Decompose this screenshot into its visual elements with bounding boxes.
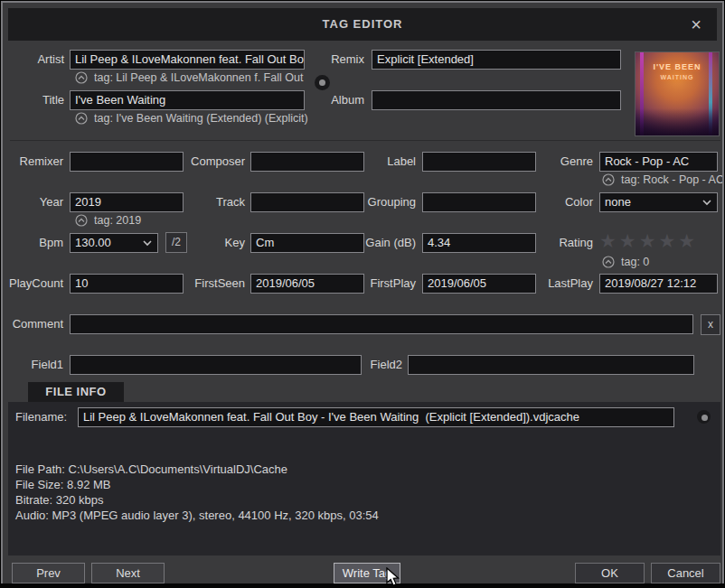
title-tag-hint: tag: I've Been Waiting (Extended) (Expli… [94, 111, 329, 126]
comment-input[interactable] [70, 314, 693, 334]
year-input[interactable]: 2019 [70, 192, 184, 212]
remixer-input[interactable] [70, 152, 184, 172]
album-art-decoration [636, 108, 719, 135]
remix-label: Remix [315, 50, 364, 70]
remixer-label: Remixer [3, 152, 63, 172]
year-label: Year [3, 192, 63, 212]
firstplay-input[interactable]: 2019/06/05 [422, 274, 536, 294]
album-art-title: I'VE BEEN WAITING [636, 62, 719, 82]
file-size-text: File Size: 8.92 MB [15, 478, 111, 492]
gain-input[interactable]: 4.34 [422, 233, 536, 253]
filename-input[interactable]: Lil Peep & ILoveMakonnen feat. Fall Out … [78, 407, 674, 427]
chevron-down-icon [701, 199, 712, 206]
lastplay-label: LastPlay [536, 274, 593, 294]
bpm-select-value: 130.00 [75, 234, 111, 252]
next-button[interactable]: Next [91, 563, 165, 583]
comment-label: Comment [3, 314, 63, 334]
star-icon[interactable]: ★ [619, 230, 639, 251]
filename-label: Filename: [15, 407, 67, 427]
label-input[interactable] [422, 152, 536, 172]
tag-editor-window: TAG EDITOR × Artist Lil Peep & ILoveMako… [0, 0, 725, 588]
firstplay-label: FirstPlay [346, 274, 416, 294]
playcount-label: PlayCount [3, 274, 63, 294]
audio-info-text: Audio: MP3 (MPEG audio layer 3), stereo,… [15, 509, 379, 523]
ok-button[interactable]: OK [575, 563, 645, 583]
cancel-button[interactable]: Cancel [651, 563, 720, 583]
album-label: Album [315, 90, 364, 110]
tag-arrow-icon[interactable] [75, 71, 88, 84]
tag-arrow-icon[interactable] [75, 112, 88, 125]
section-divider [10, 140, 720, 141]
composer-label: Composer [184, 152, 245, 172]
star-icon[interactable]: ★ [678, 230, 698, 251]
close-icon[interactable]: × [684, 13, 708, 36]
chevron-down-icon [142, 239, 153, 247]
tab-file-info[interactable]: FILE INFO [28, 382, 124, 402]
tag-arrow-icon[interactable] [75, 214, 88, 227]
comment-clear-button[interactable]: x [701, 314, 720, 335]
tag-arrow-icon[interactable] [602, 256, 615, 268]
titlebar: TAG EDITOR × [8, 8, 717, 41]
artist-input[interactable]: Lil Peep & ILoveMakonnen feat. Fall Out … [70, 50, 305, 70]
field2-label: Field2 [337, 355, 402, 375]
title-input[interactable]: I've Been Waiting [70, 90, 305, 110]
grouping-input[interactable] [422, 192, 536, 212]
field1-input[interactable] [70, 355, 362, 375]
remix-input[interactable]: Explicit [Extended] [372, 50, 621, 70]
filename-radio-button[interactable] [697, 410, 711, 424]
star-icon[interactable]: ★ [658, 230, 678, 251]
bpm-label: Bpm [3, 233, 63, 253]
firstseen-label: FirstSeen [184, 274, 245, 294]
window-bottom-edge [0, 583, 725, 588]
field1-label: Field1 [3, 355, 63, 375]
star-icon[interactable]: ★ [599, 230, 619, 251]
color-label: Color [536, 192, 593, 212]
mouse-cursor [386, 567, 402, 587]
color-select-value: none [605, 193, 631, 211]
tag-arrow-icon[interactable] [602, 173, 615, 186]
tag-editor-dialog: TAG EDITOR × Artist Lil Peep & ILoveMako… [1, 1, 724, 587]
field2-input[interactable] [408, 355, 694, 375]
gain-label: Gain (dB) [346, 233, 416, 253]
album-art[interactable]: I'VE BEEN WAITING [636, 52, 719, 135]
track-label: Track [184, 192, 245, 212]
year-tag-hint: tag: 2019 [94, 213, 193, 228]
rating-label: Rating [536, 233, 593, 253]
tag-link-radio-button[interactable] [315, 75, 330, 90]
prev-button[interactable]: Prev [12, 563, 85, 583]
album-input[interactable] [372, 90, 621, 110]
lastplay-input[interactable]: 2019/08/27 12:12 [599, 274, 718, 294]
genre-tag-hint: tag: Rock - Pop - AC [621, 173, 722, 187]
bitrate-text: Bitrate: 320 kbps [15, 493, 104, 508]
color-select[interactable]: none [599, 192, 718, 212]
genre-input[interactable]: Rock - Pop - AC [599, 152, 718, 172]
grouping-label: Grouping [346, 192, 416, 212]
bpm-select[interactable]: 130.00 [70, 233, 158, 253]
rating-stars[interactable]: ★★★★★ [599, 230, 698, 252]
rating-tag-hint: tag: 0 [621, 255, 675, 269]
playcount-input[interactable]: 10 [70, 274, 184, 294]
key-label: Key [184, 233, 245, 253]
star-icon[interactable]: ★ [639, 230, 659, 251]
label-label: Label [346, 152, 416, 172]
artist-label: Artist [10, 50, 64, 70]
title-label: Title [10, 90, 64, 110]
genre-label: Genre [536, 152, 593, 172]
window-title: TAG EDITOR [8, 8, 717, 41]
artist-tag-hint: tag: Lil Peep & ILoveMakonnen f. Fall Ou… [94, 70, 306, 85]
file-path-text: File Path: C:\Users\A.C\Documents\Virtua… [15, 462, 287, 477]
